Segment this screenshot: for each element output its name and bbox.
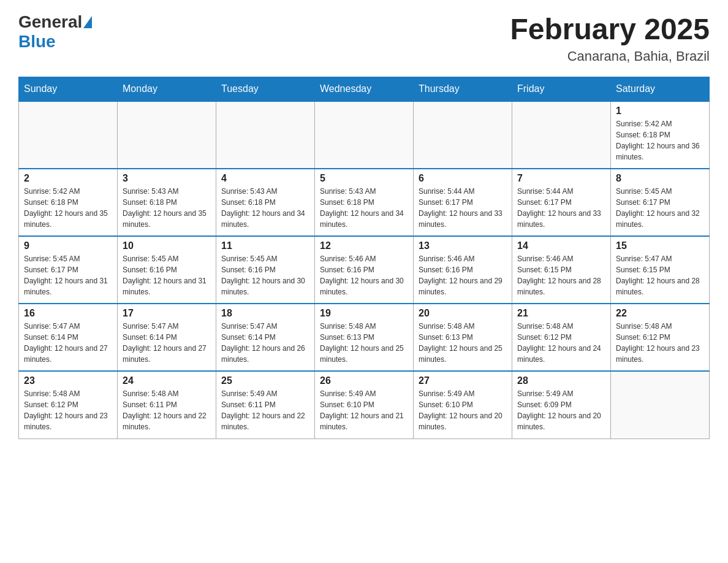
day-cell <box>315 101 414 169</box>
day-cell <box>512 101 611 169</box>
header-wednesday: Wednesday <box>315 77 414 102</box>
day-cell: 22Sunrise: 5:48 AMSunset: 6:12 PMDayligh… <box>611 304 710 371</box>
day-cell: 25Sunrise: 5:49 AMSunset: 6:11 PMDayligh… <box>216 371 315 439</box>
day-info: Sunrise: 5:49 AMSunset: 6:10 PMDaylight:… <box>419 388 507 432</box>
day-info: Sunrise: 5:42 AMSunset: 6:18 PMDaylight:… <box>24 186 112 230</box>
calendar-table: Sunday Monday Tuesday Wednesday Thursday… <box>18 77 710 439</box>
day-info: Sunrise: 5:49 AMSunset: 6:09 PMDaylight:… <box>517 388 605 432</box>
logo-triangle-icon <box>83 16 92 28</box>
day-info: Sunrise: 5:45 AMSunset: 6:17 PMDaylight:… <box>616 186 704 230</box>
header-tuesday: Tuesday <box>216 77 315 102</box>
day-number: 26 <box>320 375 408 386</box>
week-row-2: 2Sunrise: 5:42 AMSunset: 6:18 PMDaylight… <box>19 169 710 236</box>
day-info: Sunrise: 5:46 AMSunset: 6:16 PMDaylight:… <box>419 253 507 297</box>
header-monday: Monday <box>118 77 216 102</box>
day-number: 21 <box>517 308 605 319</box>
day-info: Sunrise: 5:43 AMSunset: 6:18 PMDaylight:… <box>123 186 211 230</box>
day-info: Sunrise: 5:47 AMSunset: 6:14 PMDaylight:… <box>123 321 211 365</box>
header-saturday: Saturday <box>611 77 710 102</box>
day-number: 3 <box>123 173 211 184</box>
page-header: General Blue February 2025 Canarana, Bah… <box>18 12 710 64</box>
logo-general-text: General <box>18 12 82 32</box>
day-info: Sunrise: 5:45 AMSunset: 6:17 PMDaylight:… <box>24 253 112 297</box>
day-cell: 13Sunrise: 5:46 AMSunset: 6:16 PMDayligh… <box>414 236 512 304</box>
day-number: 25 <box>221 375 309 386</box>
day-number: 14 <box>517 240 605 251</box>
day-number: 18 <box>221 308 309 319</box>
day-number: 22 <box>616 308 704 319</box>
day-cell: 17Sunrise: 5:47 AMSunset: 6:14 PMDayligh… <box>118 304 216 371</box>
day-number: 12 <box>320 240 408 251</box>
day-cell: 7Sunrise: 5:44 AMSunset: 6:17 PMDaylight… <box>512 169 611 236</box>
week-row-4: 16Sunrise: 5:47 AMSunset: 6:14 PMDayligh… <box>19 304 710 371</box>
day-cell: 10Sunrise: 5:45 AMSunset: 6:16 PMDayligh… <box>118 236 216 304</box>
title-section: February 2025 Canarana, Bahia, Brazil <box>510 12 710 64</box>
day-number: 10 <box>123 240 211 251</box>
day-number: 24 <box>123 375 211 386</box>
day-cell: 11Sunrise: 5:45 AMSunset: 6:16 PMDayligh… <box>216 236 315 304</box>
day-info: Sunrise: 5:43 AMSunset: 6:18 PMDaylight:… <box>320 186 408 230</box>
day-cell: 4Sunrise: 5:43 AMSunset: 6:18 PMDaylight… <box>216 169 315 236</box>
day-cell <box>414 101 512 169</box>
day-info: Sunrise: 5:48 AMSunset: 6:13 PMDaylight:… <box>419 321 507 365</box>
day-number: 27 <box>419 375 507 386</box>
day-cell: 2Sunrise: 5:42 AMSunset: 6:18 PMDaylight… <box>19 169 118 236</box>
weekday-header-row: Sunday Monday Tuesday Wednesday Thursday… <box>19 77 710 102</box>
day-number: 28 <box>517 375 605 386</box>
week-row-1: 1Sunrise: 5:42 AMSunset: 6:18 PMDaylight… <box>19 101 710 169</box>
day-cell: 19Sunrise: 5:48 AMSunset: 6:13 PMDayligh… <box>315 304 414 371</box>
day-info: Sunrise: 5:47 AMSunset: 6:15 PMDaylight:… <box>616 253 704 297</box>
day-number: 19 <box>320 308 408 319</box>
day-number: 6 <box>419 173 507 184</box>
day-cell: 18Sunrise: 5:47 AMSunset: 6:14 PMDayligh… <box>216 304 315 371</box>
day-number: 17 <box>123 308 211 319</box>
day-info: Sunrise: 5:46 AMSunset: 6:15 PMDaylight:… <box>517 253 605 297</box>
day-number: 8 <box>616 173 704 184</box>
day-cell: 14Sunrise: 5:46 AMSunset: 6:15 PMDayligh… <box>512 236 611 304</box>
day-info: Sunrise: 5:45 AMSunset: 6:16 PMDaylight:… <box>221 253 309 297</box>
day-info: Sunrise: 5:48 AMSunset: 6:11 PMDaylight:… <box>123 388 211 432</box>
day-info: Sunrise: 5:48 AMSunset: 6:12 PMDaylight:… <box>517 321 605 365</box>
day-info: Sunrise: 5:48 AMSunset: 6:13 PMDaylight:… <box>320 321 408 365</box>
day-cell <box>611 371 710 439</box>
day-info: Sunrise: 5:47 AMSunset: 6:14 PMDaylight:… <box>24 321 112 365</box>
day-number: 23 <box>24 375 112 386</box>
day-info: Sunrise: 5:47 AMSunset: 6:14 PMDaylight:… <box>221 321 309 365</box>
header-thursday: Thursday <box>414 77 512 102</box>
day-cell: 1Sunrise: 5:42 AMSunset: 6:18 PMDaylight… <box>611 101 710 169</box>
day-info: Sunrise: 5:48 AMSunset: 6:12 PMDaylight:… <box>24 388 112 432</box>
day-cell: 6Sunrise: 5:44 AMSunset: 6:17 PMDaylight… <box>414 169 512 236</box>
day-cell: 5Sunrise: 5:43 AMSunset: 6:18 PMDaylight… <box>315 169 414 236</box>
day-cell: 27Sunrise: 5:49 AMSunset: 6:10 PMDayligh… <box>414 371 512 439</box>
day-number: 15 <box>616 240 704 251</box>
day-info: Sunrise: 5:44 AMSunset: 6:17 PMDaylight:… <box>419 186 507 230</box>
week-row-3: 9Sunrise: 5:45 AMSunset: 6:17 PMDaylight… <box>19 236 710 304</box>
day-cell: 23Sunrise: 5:48 AMSunset: 6:12 PMDayligh… <box>19 371 118 439</box>
day-cell: 24Sunrise: 5:48 AMSunset: 6:11 PMDayligh… <box>118 371 216 439</box>
day-number: 13 <box>419 240 507 251</box>
day-number: 20 <box>419 308 507 319</box>
day-cell: 8Sunrise: 5:45 AMSunset: 6:17 PMDaylight… <box>611 169 710 236</box>
day-number: 11 <box>221 240 309 251</box>
day-number: 2 <box>24 173 112 184</box>
day-info: Sunrise: 5:45 AMSunset: 6:16 PMDaylight:… <box>123 253 211 297</box>
day-number: 7 <box>517 173 605 184</box>
day-cell: 12Sunrise: 5:46 AMSunset: 6:16 PMDayligh… <box>315 236 414 304</box>
day-number: 1 <box>616 105 704 117</box>
day-cell: 28Sunrise: 5:49 AMSunset: 6:09 PMDayligh… <box>512 371 611 439</box>
day-cell <box>118 101 216 169</box>
week-row-5: 23Sunrise: 5:48 AMSunset: 6:12 PMDayligh… <box>19 371 710 439</box>
day-cell: 20Sunrise: 5:48 AMSunset: 6:13 PMDayligh… <box>414 304 512 371</box>
day-info: Sunrise: 5:49 AMSunset: 6:11 PMDaylight:… <box>221 388 309 432</box>
location: Canarana, Bahia, Brazil <box>510 48 710 64</box>
day-info: Sunrise: 5:43 AMSunset: 6:18 PMDaylight:… <box>221 186 309 230</box>
day-number: 9 <box>24 240 112 251</box>
day-number: 4 <box>221 173 309 184</box>
month-title: February 2025 <box>510 12 710 46</box>
day-cell: 15Sunrise: 5:47 AMSunset: 6:15 PMDayligh… <box>611 236 710 304</box>
day-info: Sunrise: 5:48 AMSunset: 6:12 PMDaylight:… <box>616 321 704 365</box>
header-friday: Friday <box>512 77 611 102</box>
day-info: Sunrise: 5:46 AMSunset: 6:16 PMDaylight:… <box>320 253 408 297</box>
day-cell <box>216 101 315 169</box>
day-cell <box>19 101 118 169</box>
